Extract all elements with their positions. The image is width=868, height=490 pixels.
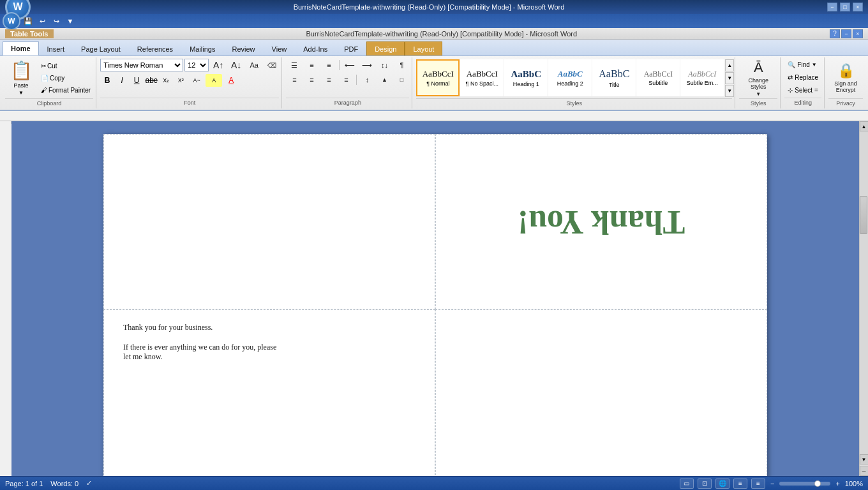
style-title[interactable]: AaBbC Title — [592, 59, 636, 96]
replace-button[interactable]: ⇄ Replace — [784, 72, 821, 84]
sort-button[interactable]: ↕↓ — [376, 59, 393, 71]
highlight-button[interactable]: A — [206, 74, 222, 87]
language-icon: ✓ — [86, 479, 92, 487]
view-normal-button[interactable]: ▭ — [680, 479, 694, 489]
paste-button[interactable]: 📋 Paste ▼ — [5, 59, 37, 97]
zoom-minus-icon[interactable]: − — [769, 480, 775, 487]
zoom-level[interactable]: 100% — [845, 480, 863, 487]
superscript-button[interactable]: X² — [174, 74, 188, 87]
tab-home[interactable]: Home — [3, 41, 39, 56]
scroll-down-button[interactable]: ▼ — [860, 454, 869, 464]
italic-button[interactable]: I — [115, 74, 129, 87]
scroll-split-button[interactable]: ─ — [860, 466, 869, 476]
underline-button[interactable]: U — [130, 74, 144, 87]
view-web-button[interactable]: 🌐 — [715, 479, 730, 489]
sign-encrypt-button[interactable]: 🔒 Sign andEncrypt — [828, 59, 863, 97]
clear-format-button[interactable]: ⌫ — [264, 59, 280, 71]
save-button[interactable]: 💾 — [22, 15, 34, 27]
text-effect-button[interactable]: A~ — [188, 74, 205, 87]
zoom-plus-icon[interactable]: + — [834, 480, 841, 487]
bullets-button[interactable]: ☰ — [286, 59, 303, 71]
view-fullscreen-button[interactable]: ⊡ — [698, 479, 712, 489]
scroll-track[interactable] — [860, 131, 869, 454]
style-heading2[interactable]: AaBbC Heading 2 — [548, 59, 592, 96]
tab-view[interactable]: View — [264, 41, 296, 56]
styles-scroll-down[interactable]: ▼ — [725, 72, 734, 84]
font-format-row: B I U abc X₂ X² A~ A A — [100, 74, 239, 87]
page-quadrant-bottom-right[interactable] — [435, 309, 767, 476]
bottom-right-content — [436, 310, 767, 336]
help-button[interactable]: ? — [830, 29, 840, 38]
font-size-selector[interactable]: 12 — [184, 59, 209, 71]
line-spacing-button[interactable]: ↕ — [359, 73, 375, 86]
sign-encrypt-group: 🔒 Sign andEncrypt Privacy — [826, 57, 865, 108]
select-button[interactable]: ⊹ Select = — [784, 85, 821, 96]
tab-layout[interactable]: Layout — [405, 41, 442, 56]
scroll-thumb[interactable] — [860, 196, 867, 234]
strikethrough-button[interactable]: abc — [144, 74, 158, 87]
change-case-button[interactable]: Aа — [246, 59, 262, 71]
tab-pagelayout[interactable]: Page Layout — [73, 41, 129, 56]
copy-button[interactable]: 📄 Copy — [38, 72, 93, 84]
tab-pdf[interactable]: PDF — [336, 41, 366, 56]
decrease-indent-button[interactable]: ⟵ — [341, 59, 358, 71]
increase-indent-button[interactable]: ⟶ — [359, 59, 375, 71]
multilevel-button[interactable]: ≡ — [320, 59, 337, 71]
zoom-thumb[interactable] — [814, 480, 821, 487]
thank-you-text: Thank You! — [518, 203, 685, 241]
tab-insert[interactable]: Insert — [39, 41, 73, 56]
tab-mailings[interactable]: Mailings — [181, 41, 223, 56]
redo-button[interactable]: ↪ — [50, 15, 63, 27]
align-left-button[interactable]: ≡ — [286, 73, 303, 86]
tab-references[interactable]: References — [129, 41, 181, 56]
office-logo[interactable]: W — [3, 12, 20, 30]
minimize-ribbon-button[interactable]: − — [841, 29, 851, 38]
quick-access-dropdown[interactable]: ▼ — [64, 15, 77, 27]
tab-addins[interactable]: Add-Ins — [295, 41, 336, 56]
styles-scroll-up[interactable]: ▲ — [725, 59, 734, 71]
style-subtleemphasis[interactable]: AaBbCcI Subtle Em... — [680, 59, 724, 96]
align-center-button[interactable]: ≡ — [303, 73, 320, 86]
format-painter-button[interactable]: 🖌 Format Painter — [38, 84, 93, 96]
styles-label: Styles — [416, 98, 732, 108]
numbering-button[interactable]: ≡ — [303, 59, 320, 71]
page-quadrant-top-right[interactable]: Thank You! — [435, 134, 767, 309]
minimize-button[interactable]: − — [827, 3, 837, 11]
shading-button[interactable]: ▲ — [376, 73, 393, 86]
vertical-ruler — [0, 121, 11, 476]
zoom-slider[interactable] — [779, 482, 830, 486]
undo-button[interactable]: ↩ — [36, 15, 49, 27]
maximize-button[interactable]: □ — [840, 3, 850, 11]
style-heading2-label: Heading 2 — [557, 80, 583, 87]
close-button[interactable]: × — [853, 3, 863, 11]
bold-button[interactable]: B — [100, 74, 114, 87]
style-normal[interactable]: AaBbCcI ¶ Normal — [416, 59, 460, 96]
scroll-up-button[interactable]: ▲ — [860, 121, 869, 131]
font-name-selector[interactable]: Times New Roman — [100, 59, 183, 71]
tab-design[interactable]: Design — [366, 41, 405, 56]
cut-button[interactable]: ✂ Cut — [38, 60, 93, 71]
increase-font-button[interactable]: A↑ — [210, 59, 227, 71]
style-heading2-preview: AaBbC — [558, 69, 583, 79]
table-tools-label: Table Tools — [5, 29, 54, 38]
close-ribbon-button[interactable]: × — [853, 29, 863, 38]
find-button[interactable]: 🔍 Find ▼ — [784, 59, 821, 71]
page-quadrant-bottom-left[interactable]: Thank you for your business. If there is… — [103, 309, 435, 476]
change-styles-button[interactable]: Ā ChangeStyles ▼ — [739, 59, 777, 97]
style-nospacing[interactable]: AaBbCcI ¶ No Spaci... — [460, 59, 504, 96]
style-subtitle[interactable]: AaBbCcI Subtitle — [636, 59, 680, 96]
subscript-button[interactable]: X₂ — [159, 74, 173, 87]
decrease-font-button[interactable]: A↓ — [228, 59, 244, 71]
style-heading1[interactable]: AaBbC Heading 1 — [504, 59, 548, 96]
view-outline-button[interactable]: ≡ — [733, 479, 747, 489]
align-right-button[interactable]: ≡ — [320, 73, 337, 86]
font-color-button[interactable]: A — [223, 74, 239, 87]
document-area[interactable]: Thank You! Thank you for your business. … — [11, 121, 859, 476]
page-quadrant-top-left[interactable] — [103, 134, 435, 309]
view-draft-button[interactable]: ≡ — [751, 479, 765, 489]
tab-review[interactable]: Review — [223, 41, 263, 56]
styles-more[interactable]: ▼ — [725, 85, 734, 97]
show-hide-button[interactable]: ¶ — [393, 59, 410, 71]
justify-button[interactable]: ≡ — [338, 73, 354, 86]
borders-button[interactable]: □ — [393, 73, 410, 86]
